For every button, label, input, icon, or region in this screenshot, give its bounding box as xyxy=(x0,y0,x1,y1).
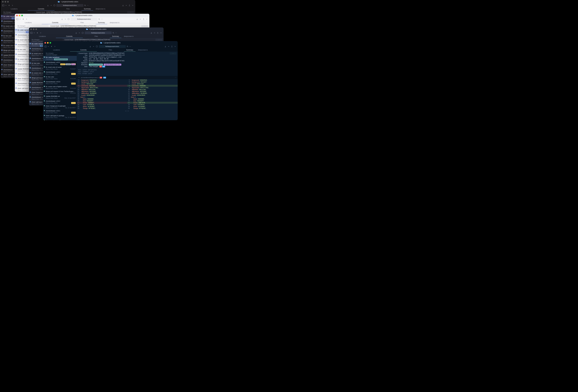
pull-icon[interactable] xyxy=(150,32,152,34)
commit-row[interactable]: chore: add types in package Mauro Reis V… xyxy=(43,114,77,119)
tab-locations[interactable]: Locations xyxy=(15,21,42,24)
commit-row[interactable]: fix: hex color Mauro Reis Vieira Fri 01:… xyxy=(43,75,77,80)
push-icon[interactable] xyxy=(143,18,145,20)
chevron-down-icon[interactable] xyxy=(19,18,21,20)
omnibox[interactable]: fix/deepocean/colors xyxy=(71,18,97,20)
search-icon[interactable] xyxy=(112,32,114,34)
more-button[interactable]: ⋯ xyxy=(141,25,148,27)
tab-commits[interactable]: Commits xyxy=(70,48,97,51)
panel-icon[interactable] xyxy=(96,45,98,48)
nav-back-button[interactable] xyxy=(22,18,25,20)
omnibox[interactable]: fix/deepocean/colors xyxy=(85,32,112,34)
more-icon[interactable]: ⋯ xyxy=(101,18,103,20)
commit-row[interactable]: chore(release): v4.0.2 Mauro Reis Vieira… xyxy=(43,61,77,66)
pull-icon[interactable] xyxy=(164,45,167,48)
search-icon[interactable] xyxy=(84,4,86,6)
chevron-down-icon[interactable] xyxy=(78,32,81,34)
tab-deepocean-ts[interactable]: deepocean.ts xyxy=(93,7,108,10)
sidebar-toggle-icon[interactable] xyxy=(30,32,33,34)
tab-summary[interactable]: Summary xyxy=(124,48,136,51)
stash-icon[interactable] xyxy=(61,18,63,20)
tab-deepocean-ts[interactable]: deepocean.ts xyxy=(136,48,150,51)
chevron-down-icon[interactable] xyxy=(64,18,66,20)
pull-icon[interactable] xyxy=(122,4,124,7)
chevron-down-icon[interactable] xyxy=(153,32,156,34)
tab-commits[interactable]: Commits xyxy=(56,35,83,38)
more-icon[interactable]: ⋯ xyxy=(87,4,89,6)
more-icon[interactable]: ⋯ xyxy=(175,77,176,79)
omnibox[interactable]: fix/deepocean/colors xyxy=(99,45,126,48)
commit-row[interactable]: chore(release): v4.0.0 Mauro Reis Vieira… xyxy=(43,80,77,85)
sidebar-toggle-icon[interactable] xyxy=(45,45,47,48)
commit-row[interactable]: chore: foreground of palenight Mauro Rei… xyxy=(43,104,77,109)
stash-icon[interactable] xyxy=(89,45,92,48)
tab-files[interactable]: Files xyxy=(69,21,96,24)
chevron-down-icon[interactable] xyxy=(125,4,128,7)
search-icon[interactable] xyxy=(98,18,100,20)
traffic-lights[interactable] xyxy=(30,28,37,30)
chevron-down-icon[interactable] xyxy=(160,32,162,34)
commit-row[interactable]: fix: revert color of cursor Mauro Reis V… xyxy=(43,66,77,71)
chevron-down-icon[interactable] xyxy=(146,18,148,20)
sidebar-toggle-icon[interactable] xyxy=(2,4,4,7)
traffic-lights[interactable] xyxy=(2,1,9,2)
chevron-down-icon[interactable] xyxy=(167,45,170,48)
nav-forward-button[interactable] xyxy=(40,32,42,34)
tab-deepocean-ts[interactable]: deepocean.ts xyxy=(121,35,136,38)
tab-files[interactable]: Files xyxy=(54,7,81,10)
traffic-lights[interactable] xyxy=(16,15,23,16)
chevron-down-icon[interactable] xyxy=(132,4,134,7)
sidebar-toggle-icon[interactable] xyxy=(16,18,19,20)
more-icon[interactable]: ⋯ xyxy=(129,46,131,48)
tab-summary[interactable]: Summary xyxy=(96,21,107,24)
chevron-down-icon[interactable] xyxy=(5,4,7,7)
chevron-down-icon[interactable] xyxy=(50,4,52,7)
commit-row[interactable]: fix: color variations TheSecEng fix/deep… xyxy=(43,56,77,61)
commit-row[interactable]: Update README.md Mauro Reis Vieira Wed, … xyxy=(43,95,77,99)
nav-back-button[interactable] xyxy=(50,45,53,48)
tab-files[interactable]: Files xyxy=(83,35,110,38)
nav-back-button[interactable] xyxy=(8,4,10,7)
nav-forward-button[interactable] xyxy=(53,45,56,48)
chevron-down-icon[interactable] xyxy=(92,45,95,48)
stash-icon[interactable] xyxy=(47,4,49,7)
chevron-down-icon[interactable] xyxy=(174,45,176,48)
omnibox[interactable]: fix/deepocean/colors xyxy=(56,4,83,7)
panel-icon[interactable] xyxy=(53,4,56,7)
commit-row[interactable]: chore(release): v4.0.1 Mauro Reis Vieira… xyxy=(43,71,77,75)
commit-row[interactable]: chore(release): v3.0.2 Mauro Reis Vieira… xyxy=(43,99,77,104)
tab-commits[interactable]: Commits xyxy=(42,21,69,24)
nav-forward-button[interactable] xyxy=(25,18,28,20)
tab-commits[interactable]: Commits xyxy=(28,7,54,10)
search-icon[interactable] xyxy=(127,46,128,48)
chevron-down-icon[interactable] xyxy=(139,18,142,20)
panel-icon[interactable] xyxy=(67,18,70,20)
nav-forward-button[interactable] xyxy=(11,4,14,7)
traffic-lights[interactable] xyxy=(45,42,51,44)
stash-icon[interactable] xyxy=(75,32,77,34)
commit-row[interactable]: chore(release): v3.0.1 Mauro Reis Vieira… xyxy=(43,109,77,114)
tab-deepocean-ts[interactable]: deepocean.ts xyxy=(107,21,122,24)
pull-icon[interactable] xyxy=(136,18,138,20)
tab-locations[interactable]: Locations xyxy=(29,35,56,38)
push-icon[interactable] xyxy=(156,32,159,34)
more-button[interactable]: ⋯ xyxy=(127,11,134,13)
tab-locations[interactable]: Locations xyxy=(43,48,70,51)
expand-dots-icon[interactable]: ▪ ▪ ▪ xyxy=(78,109,176,112)
push-icon[interactable] xyxy=(171,45,173,48)
tab-summary[interactable]: Summary xyxy=(110,35,121,38)
diff-file-header[interactable]: src/variations/deepocean.ts -2+2 ⋯ xyxy=(77,76,178,79)
tab-locations[interactable]: Locations xyxy=(1,7,28,10)
commit-row[interactable]: fix: cursor color of lighter version Mau… xyxy=(43,85,77,90)
more-button[interactable]: ⋯ xyxy=(155,39,162,41)
panel-icon[interactable] xyxy=(81,32,84,34)
nav-back-button[interactable] xyxy=(36,32,39,34)
commit-row[interactable]: Merge pull request #1 from TheSecEng/sch… xyxy=(43,90,77,95)
push-icon[interactable] xyxy=(128,4,131,7)
tab-summary[interactable]: Summary xyxy=(81,7,93,10)
tab-files[interactable]: Files xyxy=(97,48,124,51)
chevron-down-icon[interactable] xyxy=(33,32,35,34)
more-button[interactable]: ⋯ xyxy=(170,52,176,54)
commit-row[interactable]: chore: revert name of tag Mauro Reis Vie… xyxy=(43,119,77,120)
chevron-down-icon[interactable] xyxy=(47,45,49,48)
